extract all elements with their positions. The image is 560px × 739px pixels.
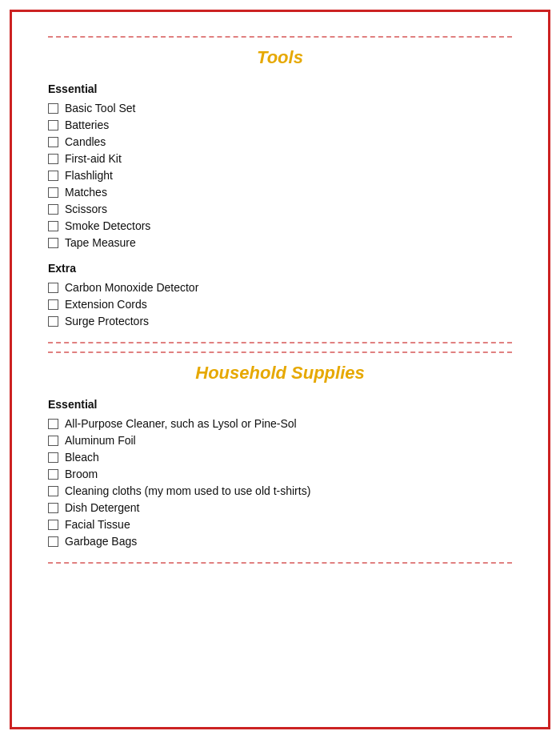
- subsection-label-0-0: Essential: [48, 82, 512, 95]
- list-item-label: Carbon Monoxide Detector: [65, 281, 198, 294]
- checkbox-icon[interactable]: [48, 283, 58, 293]
- list-item[interactable]: Surge Protectors: [48, 315, 512, 327]
- checkbox-icon[interactable]: [48, 187, 58, 198]
- checkbox-icon[interactable]: [48, 452, 58, 463]
- section-divider-top-0: [48, 36, 512, 38]
- checkbox-icon[interactable]: [48, 316, 58, 327]
- list-item-label: First-aid Kit: [65, 152, 122, 165]
- checklist-0-1: Carbon Monoxide DetectorExtension CordsS…: [48, 281, 512, 327]
- list-item[interactable]: Matches: [48, 186, 512, 199]
- checkbox-icon[interactable]: [48, 238, 58, 248]
- list-item[interactable]: Extension Cords: [48, 298, 512, 311]
- checkbox-icon[interactable]: [48, 503, 58, 513]
- list-item[interactable]: Cleaning cloths (my mom used to use old …: [48, 484, 512, 497]
- section-title-0: Tools: [48, 47, 512, 68]
- page-inner: ToolsEssentialBasic Tool SetBatteriesCan…: [12, 12, 548, 586]
- checkbox-icon[interactable]: [48, 103, 58, 114]
- list-item-label: Tape Measure: [65, 236, 136, 249]
- checkbox-icon[interactable]: [48, 204, 58, 215]
- list-item[interactable]: Dish Detergent: [48, 501, 512, 514]
- section-divider-top-1: [48, 351, 512, 353]
- checkbox-icon[interactable]: [48, 536, 58, 547]
- list-item-label: Cleaning cloths (my mom used to use old …: [65, 484, 310, 497]
- page-border: ToolsEssentialBasic Tool SetBatteriesCan…: [10, 10, 550, 729]
- list-item[interactable]: Candles: [48, 135, 512, 148]
- list-item-label: Garbage Bags: [65, 535, 137, 548]
- list-item[interactable]: All-Purpose Cleaner, such as Lysol or Pi…: [48, 417, 512, 430]
- list-item-label: Smoke Detectors: [65, 219, 150, 232]
- list-item[interactable]: Flashlight: [48, 169, 512, 182]
- list-item-label: Broom: [65, 468, 98, 480]
- checkbox-icon[interactable]: [48, 120, 58, 131]
- list-item[interactable]: Bleach: [48, 451, 512, 464]
- subsection-label-0-1: Extra: [48, 262, 512, 275]
- list-item-label: Extension Cords: [65, 298, 147, 311]
- list-item[interactable]: First-aid Kit: [48, 152, 512, 165]
- checklist-1-0: All-Purpose Cleaner, such as Lysol or Pi…: [48, 417, 512, 548]
- list-item[interactable]: Scissors: [48, 203, 512, 215]
- list-item[interactable]: Aluminum Foil: [48, 434, 512, 447]
- section-title-1: Household Supplies: [48, 363, 512, 384]
- checkbox-icon[interactable]: [48, 520, 58, 530]
- list-item-label: Batteries: [65, 118, 109, 131]
- checkbox-icon[interactable]: [48, 137, 58, 147]
- list-item-label: Basic Tool Set: [65, 102, 135, 114]
- checklist-0-0: Basic Tool SetBatteriesCandlesFirst-aid …: [48, 102, 512, 249]
- checkbox-icon[interactable]: [48, 221, 58, 231]
- list-item-label: Flashlight: [65, 169, 113, 182]
- list-item[interactable]: Basic Tool Set: [48, 102, 512, 114]
- checkbox-icon[interactable]: [48, 469, 58, 480]
- list-item[interactable]: Tape Measure: [48, 236, 512, 249]
- list-item[interactable]: Garbage Bags: [48, 535, 512, 548]
- section-divider-bottom-1: [48, 562, 512, 564]
- section-divider-bottom-0: [48, 342, 512, 343]
- checkbox-icon[interactable]: [48, 419, 58, 429]
- subsection-label-1-0: Essential: [48, 398, 512, 411]
- checkbox-icon[interactable]: [48, 171, 58, 181]
- list-item[interactable]: Smoke Detectors: [48, 219, 512, 232]
- list-item[interactable]: Facial Tissue: [48, 518, 512, 531]
- sections-container: ToolsEssentialBasic Tool SetBatteriesCan…: [48, 36, 512, 564]
- checkbox-icon[interactable]: [48, 154, 58, 164]
- checkbox-icon[interactable]: [48, 436, 58, 446]
- list-item[interactable]: Carbon Monoxide Detector: [48, 281, 512, 294]
- list-item-label: Scissors: [65, 203, 107, 215]
- list-item[interactable]: Broom: [48, 468, 512, 480]
- list-item-label: Dish Detergent: [65, 501, 139, 514]
- checkbox-icon[interactable]: [48, 299, 58, 310]
- list-item[interactable]: Batteries: [48, 118, 512, 131]
- list-item-label: Aluminum Foil: [65, 434, 136, 447]
- list-item-label: Surge Protectors: [65, 315, 149, 327]
- list-item-label: Candles: [65, 135, 106, 148]
- list-item-label: Matches: [65, 186, 107, 199]
- list-item-label: All-Purpose Cleaner, such as Lysol or Pi…: [65, 417, 297, 430]
- list-item-label: Facial Tissue: [65, 518, 130, 531]
- checkbox-icon[interactable]: [48, 486, 58, 496]
- list-item-label: Bleach: [65, 451, 99, 464]
